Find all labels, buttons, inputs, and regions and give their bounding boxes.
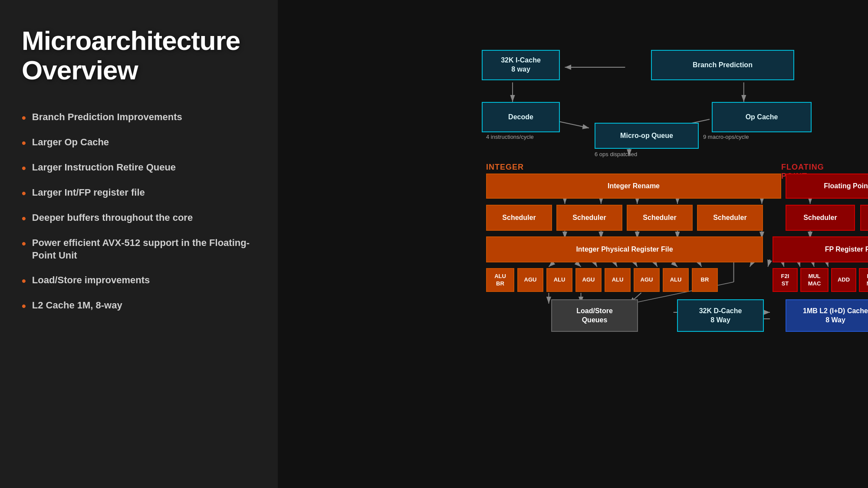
bullet-text: Larger Instruction Retire Queue bbox=[32, 161, 176, 174]
bullet-dot: • bbox=[22, 162, 26, 174]
bullet-dot: • bbox=[22, 112, 26, 124]
bullet-dot: • bbox=[22, 300, 26, 312]
annotation-9ops: 9 macro-ops/cycle bbox=[703, 134, 749, 140]
annotation-6ops: 6 ops dispatched bbox=[595, 151, 637, 157]
mul-mac1-box: MULMAC bbox=[800, 268, 829, 292]
agu1-box: AGU bbox=[517, 268, 543, 292]
list-item: • Larger Op Cache bbox=[22, 136, 256, 149]
int-phys-reg-box: Integer Physical Register File bbox=[486, 236, 763, 262]
integer-label: INTEGER bbox=[486, 163, 524, 172]
branch-prediction-box: Branch Prediction bbox=[651, 50, 794, 80]
bullet-dot: • bbox=[22, 137, 26, 149]
bullet-text: Power efficient AVX-512 support in the F… bbox=[32, 237, 256, 262]
bullet-text: Larger Op Cache bbox=[32, 136, 109, 149]
right-panel: 32K I-Cache8 way Branch Prediction Decod… bbox=[278, 0, 868, 488]
agu3-box: AGU bbox=[634, 268, 660, 292]
bullet-text: L2 Cache 1M, 8-way bbox=[32, 299, 122, 312]
diagram: 32K I-Cache8 way Branch Prediction Decod… bbox=[299, 17, 846, 471]
icache-box: 32K I-Cache8 way bbox=[482, 50, 560, 80]
annotation-4instr: 4 instructions/cycle bbox=[486, 134, 534, 140]
scheduler2-box: Scheduler bbox=[556, 205, 622, 231]
bullet-dot: • bbox=[22, 275, 26, 287]
f2i-st-box: F2IST bbox=[773, 268, 798, 292]
l2cache-box: 1MB L2 (I+D) Cache8 Way bbox=[786, 299, 868, 332]
bullet-text: Load/Store improvements bbox=[32, 274, 150, 287]
list-item: • Branch Prediction Improvements bbox=[22, 111, 256, 124]
bullet-dot: • bbox=[22, 238, 26, 250]
bullet-list: • Branch Prediction Improvements • Large… bbox=[22, 111, 256, 312]
alu-br-box: ALUBR bbox=[486, 268, 514, 292]
scheduler-fp1-box: Scheduler bbox=[786, 205, 855, 231]
mul-mac2-box: MULMAC bbox=[859, 268, 868, 292]
list-item: • Deeper buffers throughout the core bbox=[22, 212, 256, 225]
main-title: MicroarchitectureOverview bbox=[22, 26, 256, 85]
bullet-dot: • bbox=[22, 187, 26, 200]
list-item: • L2 Cache 1M, 8-way bbox=[22, 299, 256, 312]
br2-box: BR bbox=[692, 268, 718, 292]
left-panel: MicroarchitectureOverview • Branch Predi… bbox=[0, 0, 278, 488]
microopqueue-box: Micro-op Queue bbox=[595, 123, 699, 149]
opcache-box: Op Cache bbox=[712, 102, 812, 132]
list-item: • Load/Store improvements bbox=[22, 274, 256, 287]
alu2-box: ALU bbox=[546, 268, 572, 292]
scheduler1-box: Scheduler bbox=[486, 205, 552, 231]
bullet-dot: • bbox=[22, 213, 26, 225]
svg-line-29 bbox=[768, 259, 770, 267]
decode-box: Decode bbox=[482, 102, 560, 132]
list-item: • Power efficient AVX-512 support in the… bbox=[22, 237, 256, 262]
bullet-text: Branch Prediction Improvements bbox=[32, 111, 182, 124]
list-item: • Larger Instruction Retire Queue bbox=[22, 161, 256, 174]
bullet-text: Larger Int/FP register file bbox=[32, 187, 145, 199]
agu2-box: AGU bbox=[575, 268, 602, 292]
alu4-box: ALU bbox=[663, 268, 689, 292]
list-item: • Larger Int/FP register file bbox=[22, 187, 256, 200]
alu3-box: ALU bbox=[605, 268, 631, 292]
loadstore-box: Load/StoreQueues bbox=[551, 299, 638, 332]
dcache-box: 32K D-Cache8 Way bbox=[677, 299, 764, 332]
add1-box: ADD bbox=[831, 268, 856, 292]
fp-rename-box: Floating Point Rename bbox=[786, 174, 868, 199]
scheduler4-box: Scheduler bbox=[697, 205, 763, 231]
scheduler3-box: Scheduler bbox=[627, 205, 693, 231]
scheduler-fp2-box: Scheduler bbox=[860, 205, 868, 231]
bullet-text: Deeper buffers throughout the core bbox=[32, 212, 193, 224]
fp-reg-file-box: FP Register File bbox=[773, 236, 868, 262]
integer-rename-box: Integer Rename bbox=[486, 174, 781, 199]
